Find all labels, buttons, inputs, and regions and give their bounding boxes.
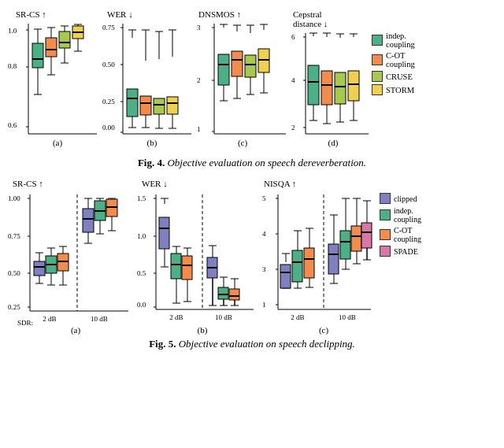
svg-text:10 dB: 10 dB (91, 315, 108, 323)
fig5-wer-svg: WER ↓ 1.5 1.0 0.5 0.0 (135, 177, 258, 335)
svg-text:(d): (d) (328, 138, 339, 148)
fig5-indep-color (380, 209, 391, 220)
svg-rect-211 (171, 254, 181, 279)
svg-text:Cepstral: Cepstral (293, 9, 322, 19)
svg-text:3: 3 (262, 265, 266, 273)
fig4-cot-color (372, 54, 383, 65)
fig4-cep-svg: Cepstral distance ↓ 6 4 2 (290, 8, 369, 154)
fig4-cruse-label: CRUSE (386, 72, 413, 81)
svg-rect-292 (361, 223, 372, 248)
fig5-legend-item-cot: C-OT coupling (380, 226, 421, 243)
svg-rect-205 (159, 217, 169, 249)
svg-text:0.50: 0.50 (102, 61, 115, 68)
svg-rect-134 (348, 71, 359, 101)
svg-text:10 dB: 10 dB (215, 313, 232, 321)
fig4-area: SR-CS ↑ 1.0 0.8 0.6 (6, 8, 498, 174)
svg-text:0.75: 0.75 (8, 232, 20, 240)
fig4-legend-item-cruse: CRUSE (372, 71, 415, 82)
fig4-plot-a: SR-CS ↑ 1.0 0.8 0.6 (6, 8, 99, 154)
svg-text:10 dB: 10 dB (339, 313, 356, 321)
svg-text:4: 4 (291, 76, 295, 84)
svg-rect-262 (292, 250, 302, 282)
svg-text:SR-CS ↑: SR-CS ↑ (16, 9, 46, 19)
svg-text:2: 2 (291, 124, 295, 131)
fig5-legend: clipped indep. coupling C-OT coupling (380, 193, 421, 257)
svg-rect-93 (245, 55, 256, 77)
svg-rect-274 (328, 244, 339, 274)
fig5-indep-label: indep. coupling (394, 206, 421, 224)
fig4-caption-bold: Fig. 4. (138, 157, 165, 168)
fig5-legend-item-clipped: clipped (380, 193, 421, 204)
fig4-indep-label: indep. coupling (386, 31, 415, 49)
fig5-area: SR-CS ↑ 1.00 0.75 0.50 0.25 (6, 177, 498, 350)
svg-rect-53 (140, 96, 151, 115)
svg-text:(c): (c) (238, 138, 248, 148)
svg-text:1.00: 1.00 (8, 194, 20, 202)
svg-text:0.25: 0.25 (8, 303, 20, 311)
fig4-legend-item-cot: C-OT coupling (372, 51, 415, 68)
svg-rect-229 (218, 287, 228, 299)
fig4-indep-color (372, 35, 383, 46)
svg-text:0.0: 0.0 (137, 301, 146, 309)
svg-rect-59 (154, 98, 165, 114)
svg-rect-116 (308, 65, 319, 105)
svg-rect-217 (182, 256, 192, 280)
svg-rect-128 (335, 72, 346, 104)
fig5-clipped-color (380, 193, 391, 204)
fig4-wer-svg: WER ↓ 0.75 0.50 0.25 0.00 (101, 8, 194, 154)
svg-text:1.0: 1.0 (8, 27, 17, 35)
svg-text:2 dB: 2 dB (169, 313, 183, 321)
fig4-legend-item-indep: indep. coupling (372, 31, 415, 49)
fig5-srcs-svg: SR-CS ↑ 1.00 0.75 0.50 0.25 (6, 177, 132, 335)
svg-rect-17 (46, 38, 57, 57)
svg-rect-286 (351, 226, 361, 251)
fig4-caption-italic: Objective evaluation on speech dereverbe… (165, 157, 366, 168)
fig5-caption: Fig. 5. Objective evaluation on speech d… (149, 338, 355, 350)
svg-text:1: 1 (262, 301, 266, 309)
fig5-plot-c: NISQA ↑ 5 4 3 1 (261, 177, 375, 335)
fig4-dnsmos-svg: DNSMOS ↑ 3 2 1 (195, 8, 288, 154)
svg-text:4: 4 (262, 230, 266, 238)
fig5-caption-bold: Fig. 5. (149, 338, 176, 350)
svg-rect-65 (167, 97, 178, 114)
fig4-legend: indep. coupling C-OT coupling CRUSE (372, 31, 415, 95)
svg-text:1: 1 (197, 125, 201, 133)
svg-rect-256 (280, 265, 291, 288)
fig4-storm-label: STORM (386, 86, 414, 94)
svg-rect-23 (59, 31, 70, 48)
fig5-cot-color (380, 229, 391, 240)
fig5-legend-item-indep: indep. coupling (380, 206, 421, 224)
svg-text:SDR:: SDR: (17, 319, 33, 327)
svg-text:2 dB: 2 dB (291, 313, 304, 321)
svg-rect-81 (218, 54, 229, 85)
svg-text:WER ↓: WER ↓ (142, 179, 168, 188)
fig5-plot-a: SR-CS ↑ 1.00 0.75 0.50 0.25 (6, 177, 132, 335)
fig4-cot-label: C-OT coupling (386, 51, 415, 68)
svg-rect-47 (127, 89, 138, 117)
fig4-cruse-color (372, 71, 383, 82)
svg-text:1.5: 1.5 (137, 194, 146, 202)
fig4-plots: SR-CS ↑ 1.0 0.8 0.6 (6, 8, 498, 154)
fig5-legend-item-spade: SPADE (380, 246, 421, 257)
svg-text:0.25: 0.25 (102, 98, 115, 106)
svg-rect-235 (229, 289, 239, 300)
svg-text:5: 5 (262, 194, 266, 202)
svg-text:DNSMOS ↑: DNSMOS ↑ (198, 9, 241, 19)
svg-text:3: 3 (197, 24, 201, 31)
fig5-caption-italic: Objective evaluation on speech declippin… (176, 338, 354, 350)
svg-text:0.50: 0.50 (8, 269, 20, 277)
svg-text:0.6: 0.6 (8, 121, 17, 129)
svg-text:(b): (b) (198, 325, 208, 335)
fig5-nisqa-svg: NISQA ↑ 5 4 3 1 (261, 177, 375, 335)
svg-text:2 dB: 2 dB (43, 315, 56, 323)
fig4-plot-c: DNSMOS ↑ 3 2 1 (195, 8, 288, 154)
svg-text:(a): (a) (53, 138, 63, 148)
svg-text:(c): (c) (319, 325, 329, 335)
svg-rect-11 (32, 43, 43, 68)
svg-rect-122 (321, 71, 332, 105)
fig5-cot-label: C-OT coupling (394, 226, 421, 243)
svg-rect-268 (304, 248, 314, 278)
fig4-plot-b: WER ↓ 0.75 0.50 0.25 0.00 (101, 8, 194, 154)
fig5-spade-color (380, 246, 391, 257)
fig4-caption: Fig. 4. Objective evaluation on speech d… (138, 157, 366, 169)
